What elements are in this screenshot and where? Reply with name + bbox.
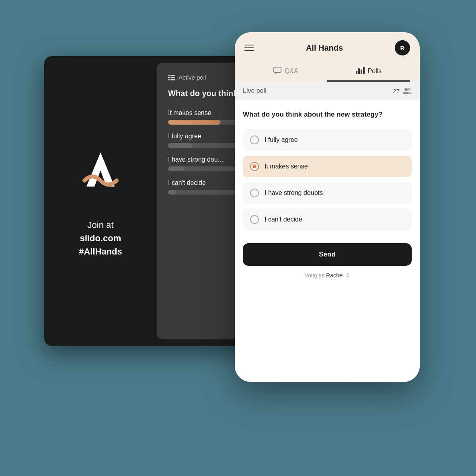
- radio-strong-doubts: [250, 189, 259, 197]
- phone-top-bar: All Hands R: [244, 40, 410, 55]
- slido-logo-icon: [72, 148, 129, 205]
- live-poll-label: Live poll: [243, 87, 267, 94]
- svg-rect-4: [170, 77, 175, 78]
- poll-choices: I fully agree It makes sense I have stro…: [243, 129, 412, 230]
- poll-question: What do you think about the new strategy…: [243, 110, 412, 119]
- svg-rect-7: [274, 67, 281, 72]
- choice-strong-doubts-text: I have strong doubts: [265, 189, 323, 197]
- voting-as: Votig as Rachel ⇕: [243, 272, 412, 287]
- poll-body: What do you think about the new strategy…: [235, 100, 420, 382]
- radio-cant-decide: [250, 215, 259, 224]
- presentation-left: Join at slido.com #AllHands: [44, 56, 157, 346]
- join-text: Join at slido.com #AllHands: [79, 218, 122, 258]
- voting-as-name[interactable]: Rachel: [326, 272, 344, 279]
- svg-rect-3: [168, 77, 170, 78]
- phone-title: All Hands: [306, 43, 343, 53]
- choice-makes-sense-text: It makes sense: [265, 163, 308, 170]
- tab-polls[interactable]: Polls: [327, 62, 410, 82]
- voting-as-label: Votig as: [304, 272, 324, 279]
- hamburger-line-2: [244, 47, 254, 48]
- choice-cant-decide-text: I can't decide: [265, 216, 302, 223]
- svg-rect-5: [168, 79, 170, 80]
- send-button[interactable]: Send: [243, 243, 412, 266]
- choice-makes-sense[interactable]: It makes sense: [243, 156, 412, 177]
- hamburger-icon[interactable]: [244, 45, 254, 51]
- choice-fully-agree[interactable]: I fully agree: [243, 129, 412, 151]
- hamburger-line-1: [244, 45, 254, 45]
- phone-header: All Hands R Q&A: [235, 32, 420, 82]
- phone-body: Live poll 27 What do you think about the…: [235, 82, 420, 382]
- voting-as-arrow: ⇕: [345, 272, 350, 279]
- svg-point-8: [404, 88, 408, 91]
- hamburger-line-3: [244, 50, 254, 51]
- logo-container: [68, 144, 133, 209]
- tab-qa-label: Q&A: [285, 68, 298, 75]
- avatar: R: [395, 40, 410, 55]
- radio-makes-sense-fill: [252, 164, 256, 168]
- svg-point-9: [408, 88, 410, 90]
- active-poll-label: Active poll: [178, 74, 206, 81]
- polls-icon: [356, 67, 365, 76]
- participant-count: 27: [393, 88, 400, 94]
- svg-rect-2: [170, 75, 175, 76]
- people-icon: [403, 88, 412, 94]
- tab-qa[interactable]: Q&A: [244, 62, 327, 82]
- radio-makes-sense: [250, 162, 259, 171]
- chat-icon: [273, 67, 281, 76]
- choice-fully-agree-text: I fully agree: [265, 136, 298, 144]
- radio-fully-agree: [250, 135, 259, 144]
- live-poll-bar: Live poll 27: [235, 82, 420, 100]
- list-icon: [168, 75, 175, 80]
- tab-polls-label: Polls: [368, 68, 382, 75]
- phone-container: All Hands R Q&A: [235, 32, 420, 382]
- phone-tabs: Q&A Polls: [244, 62, 410, 82]
- svg-rect-1: [168, 75, 170, 76]
- svg-rect-6: [170, 79, 175, 80]
- choice-cant-decide[interactable]: I can't decide: [243, 209, 412, 230]
- live-poll-count: 27: [393, 88, 412, 94]
- choice-strong-doubts[interactable]: I have strong doubts: [243, 182, 412, 204]
